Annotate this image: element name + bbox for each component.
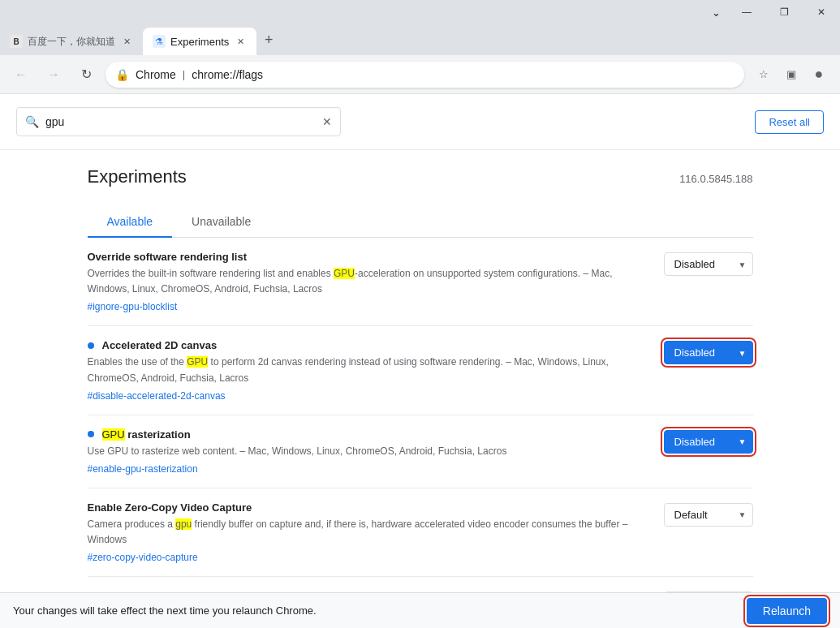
flag-item-gpu-rasterization: GPU rasterization Use GPU to rasterize w… [88,415,753,488]
flag-active-dot [88,431,94,437]
flag-content: Enable Zero-Copy Video Capture Camera pr… [88,501,651,563]
flag-content: Override software rendering list Overrid… [88,251,651,312]
reload-button[interactable]: ↻ [73,62,99,88]
flag-title-text: Accelerated 2D canvas [102,339,218,351]
flag-item-accelerated-2d-canvas: Accelerated 2D canvas Enables the use of… [88,326,753,415]
flag-desc: Camera produces a gpu friendly buffer on… [88,517,651,548]
flag-select-zero-copy-video[interactable]: Default Disabled Enabled [664,503,753,527]
tab-bar: B 百度一下，你就知道 ✕ ⚗ Experiments ✕ + [0,24,840,55]
omnibox-actions: ☆ ▣ ● [751,62,832,88]
version-label: 116.0.5845.188 [679,173,752,185]
tab-close-experiments[interactable]: ✕ [234,35,247,48]
minimize-button[interactable]: — [728,0,765,24]
select-wrapper-highlighted: Default Disabled Enabled ▼ [664,430,753,454]
tab-favicon-experiments: ⚗ [153,35,166,48]
flag-item-zero-copy-video: Enable Zero-Copy Video Capture Camera pr… [88,488,753,577]
flag-item-override-software-rendering: Override software rendering list Overrid… [88,238,753,326]
flag-title: GPU rasterization [88,428,651,441]
bottom-bar: Your changes will take effect the next t… [0,592,840,628]
flag-title: Override software rendering list [88,251,651,263]
gpu-highlight: GPU [334,268,355,279]
back-button[interactable]: ← [8,62,34,88]
flag-select-accelerated-2d[interactable]: Default Disabled Enabled [664,341,753,364]
flag-title-text: GPU rasterization [102,428,191,441]
tab-label-experiments: Experiments [170,36,229,48]
flag-title: Enable Zero-Copy Video Capture [88,501,651,514]
gpu-highlight: gpu [175,518,192,530]
omnibox-separator: | [183,68,185,80]
search-input[interactable] [45,115,316,128]
flag-link[interactable]: #disable-accelerated-2d-canvas [88,390,226,402]
flag-link[interactable]: #enable-gpu-rasterization [88,463,198,475]
flag-control: Default Disabled Enabled ▼ [664,501,753,563]
omnibox-bar: ← → ↻ 🔒 Chrome | chrome://flags ☆ ▣ ● [0,55,840,94]
tab-close-baidu[interactable]: ✕ [120,35,133,48]
select-wrapper: Default Disabled Enabled ▼ [664,252,753,276]
gpu-highlight: GPU [102,428,125,441]
search-bar-area: 🔍 ✕ Reset all [0,94,840,150]
close-button[interactable]: ✕ [803,0,840,24]
flag-active-dot [88,342,94,349]
flag-desc: Enables the use of the GPU to perform 2d… [88,355,651,385]
flag-select-override[interactable]: Default Disabled Enabled [664,252,753,276]
restore-button[interactable]: ❐ [765,0,803,24]
flag-desc: Use GPU to rasterize web content. – Mac,… [88,444,651,459]
relaunch-button[interactable]: Relaunch [747,598,827,624]
omnibox-security-icon: 🔒 [115,68,129,81]
titlebar-chevron: ⌄ [704,0,728,24]
flag-list: Override software rendering list Overrid… [88,238,753,628]
flag-title: Accelerated 2D canvas [88,339,651,351]
forward-button[interactable]: → [41,62,67,88]
tab-available[interactable]: Available [88,207,173,238]
flag-content: GPU rasterization Use GPU to rasterize w… [88,428,651,475]
flag-control: Default Disabled Enabled ▼ [664,251,753,312]
search-box: 🔍 ✕ [16,107,341,136]
flag-title-text: Enable Zero-Copy Video Capture [88,501,252,514]
gpu-highlight: GPU [187,356,208,368]
new-tab-button[interactable]: + [256,28,281,52]
flag-title-text: Override software rendering list [88,251,248,263]
flag-desc: Overrides the built-in software renderin… [88,266,651,297]
flag-link[interactable]: #zero-copy-video-capture [88,552,198,563]
sidebar-button[interactable]: ▣ [778,62,804,88]
reset-all-button[interactable]: Reset all [755,110,824,134]
tab-label-baidu: 百度一下，你就知道 [28,35,115,49]
titlebar-controls: — ❐ ✕ [728,0,840,24]
bookmark-button[interactable]: ☆ [751,62,777,88]
omnibox[interactable]: 🔒 Chrome | chrome://flags [106,62,744,88]
select-wrapper-highlighted: Default Disabled Enabled ▼ [664,341,753,364]
tab-unavailable[interactable]: Unavailable [172,207,270,238]
omnibox-url: chrome://flags [192,68,734,81]
flag-control: Default Disabled Enabled ▼ [664,339,753,401]
bottom-message: Your changes will take effect the next t… [13,604,317,617]
search-icon: 🔍 [25,115,39,128]
flag-select-gpu-raster[interactable]: Default Disabled Enabled [664,430,753,454]
flag-link[interactable]: #ignore-gpu-blocklist [88,301,178,312]
profile-button[interactable]: ● [806,62,832,88]
tab-experiments[interactable]: ⚗ Experiments ✕ [143,28,256,55]
experiments-content: Experiments 116.0.5845.188 Available Una… [88,150,753,628]
titlebar: ⌄ — ❐ ✕ [0,0,840,24]
page-title: Experiments [88,166,187,187]
tab-baidu[interactable]: B 百度一下，你就知道 ✕ [0,28,143,55]
flag-content: Accelerated 2D canvas Enables the use of… [88,339,651,401]
search-clear-icon[interactable]: ✕ [322,115,332,128]
main-tabs: Available Unavailable [88,207,753,238]
tab-favicon-baidu: B [10,35,23,48]
select-wrapper: Default Disabled Enabled ▼ [664,503,753,527]
omnibox-brand: Chrome [136,68,176,81]
flag-control: Default Disabled Enabled ▼ [664,428,753,475]
